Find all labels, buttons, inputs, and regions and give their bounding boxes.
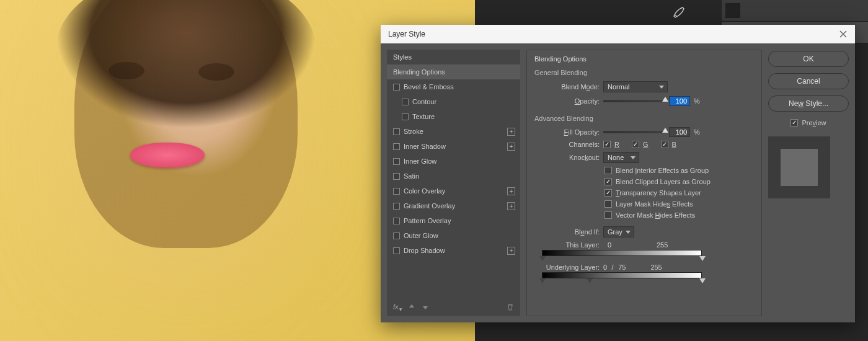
- blend-mode-select[interactable]: Normal: [603, 81, 668, 92]
- checkbox-icon[interactable]: [393, 143, 400, 150]
- add-instance-icon[interactable]: +: [507, 143, 515, 151]
- this-layer-low: 0: [603, 241, 616, 249]
- style-label: Contour: [412, 98, 436, 105]
- slider-thumb-icon[interactable]: [662, 128, 668, 133]
- add-instance-icon[interactable]: +: [507, 247, 515, 255]
- styles-footer: fx▾: [387, 299, 520, 316]
- arrow-up-icon[interactable]: [408, 303, 415, 312]
- style-outer-glow[interactable]: Outer Glow: [387, 228, 520, 243]
- arrow-down-icon[interactable]: [422, 303, 429, 312]
- style-inner-glow[interactable]: Inner Glow: [387, 154, 520, 169]
- checkbox-icon[interactable]: [393, 84, 400, 91]
- gradient-thumb-white-icon[interactable]: [699, 278, 706, 283]
- add-instance-icon[interactable]: +: [507, 202, 515, 210]
- panel-title: Blending Options: [534, 55, 754, 63]
- style-blending-options[interactable]: Blending Options: [387, 64, 520, 79]
- fill-opacity-slider[interactable]: [603, 131, 665, 133]
- fill-opacity-label: Fill Opacity:: [534, 128, 600, 136]
- under-sep: /: [611, 264, 614, 271]
- opacity-slider[interactable]: [603, 100, 665, 102]
- this-layer-label: This Layer:: [534, 241, 600, 249]
- gradient-thumb-white-icon[interactable]: [699, 256, 706, 261]
- gradient-thumb-split-icon[interactable]: [587, 278, 593, 283]
- checkbox-icon[interactable]: [393, 158, 400, 165]
- under-mid: 75: [618, 264, 626, 271]
- channel-b-checkbox[interactable]: [661, 141, 668, 148]
- preview-row: Preview: [768, 119, 849, 126]
- blend-mode-value: Normal: [608, 83, 629, 91]
- blend-if-value: Gray: [608, 228, 622, 236]
- blend-interior-checkbox[interactable]: [604, 167, 612, 174]
- slider-thumb-icon[interactable]: [662, 97, 668, 102]
- blend-if-select[interactable]: Gray: [603, 226, 634, 237]
- checkbox-icon[interactable]: [402, 99, 409, 105]
- preview-swatch-inner: [781, 149, 818, 186]
- transparency-shapes-checkbox[interactable]: [604, 189, 612, 197]
- layer-mask-hides-checkbox[interactable]: [604, 200, 612, 208]
- checkbox-icon[interactable]: [393, 247, 400, 254]
- style-label: Texture: [412, 113, 435, 120]
- layer-mask-hides-row: Layer Mask Hides Effects: [604, 200, 754, 208]
- checkbox-icon[interactable]: [393, 173, 400, 180]
- check-label: Vector Mask Hides Effects: [616, 211, 695, 219]
- style-texture[interactable]: Texture: [387, 109, 520, 124]
- channels-label: Channels:: [534, 141, 600, 148]
- underlying-layer-gradient[interactable]: [542, 272, 702, 278]
- this-layer-gradient[interactable]: [542, 250, 702, 256]
- checkbox-icon[interactable]: [393, 232, 400, 239]
- blend-clipped-checkbox[interactable]: [604, 178, 612, 185]
- checkbox-icon[interactable]: [393, 203, 400, 210]
- photo-detail: [198, 63, 234, 81]
- general-header: General Blending: [534, 69, 754, 76]
- channel-b-label: B: [672, 141, 676, 148]
- gradient-thumb-black-icon[interactable]: [539, 278, 546, 283]
- fill-opacity-row: Fill Opacity: 100 %: [534, 127, 754, 137]
- cancel-button[interactable]: Cancel: [768, 73, 849, 89]
- knockout-label: Knockout:: [534, 154, 600, 161]
- style-satin[interactable]: Satin: [387, 169, 520, 184]
- blend-mode-label: Blend Mode:: [534, 83, 600, 91]
- preview-swatch: [768, 136, 830, 198]
- opacity-input[interactable]: 100: [669, 96, 690, 106]
- gradient-thumb-black-icon[interactable]: [539, 256, 546, 261]
- checkbox-icon[interactable]: [393, 128, 400, 135]
- knockout-select[interactable]: None: [603, 152, 639, 163]
- checkbox-icon[interactable]: [402, 113, 409, 120]
- channel-r-checkbox[interactable]: [603, 141, 611, 148]
- style-drop-shadow[interactable]: Drop Shadow +: [387, 243, 520, 258]
- add-instance-icon[interactable]: +: [507, 187, 515, 195]
- channel-g-checkbox[interactable]: [632, 141, 639, 148]
- style-gradient-overlay[interactable]: Gradient Overlay +: [387, 198, 520, 213]
- percent-label: %: [694, 97, 700, 105]
- vector-mask-hides-checkbox[interactable]: [604, 211, 612, 219]
- style-label: Drop Shadow: [404, 247, 445, 254]
- style-label: Stroke: [404, 128, 423, 135]
- check-label: Blend Clipped Layers as Group: [616, 178, 711, 185]
- checkbox-icon[interactable]: [393, 188, 400, 195]
- style-pattern-overlay[interactable]: Pattern Overlay: [387, 213, 520, 228]
- style-contour[interactable]: Contour: [387, 94, 520, 109]
- style-bevel-emboss[interactable]: Bevel & Emboss: [387, 79, 520, 94]
- new-style-button[interactable]: New Style...: [768, 95, 849, 112]
- ok-button[interactable]: OK: [768, 51, 849, 67]
- add-instance-icon[interactable]: +: [507, 128, 515, 136]
- fx-icon[interactable]: fx▾: [393, 303, 402, 312]
- style-inner-shadow[interactable]: Inner Shadow +: [387, 139, 520, 154]
- style-label: Color Overlay: [404, 187, 445, 195]
- layer-row-top[interactable]: [722, 0, 868, 22]
- style-color-overlay[interactable]: Color Overlay +: [387, 184, 520, 198]
- fill-opacity-input[interactable]: 100: [669, 127, 690, 137]
- close-icon[interactable]: [839, 30, 848, 38]
- knockout-row: Knockout: None: [534, 152, 754, 163]
- trash-icon[interactable]: [507, 303, 514, 312]
- preview-checkbox[interactable]: [790, 119, 798, 126]
- style-label: Outer Glow: [404, 232, 438, 239]
- styles-header: Styles: [387, 50, 520, 64]
- options-panel: Blending Options General Blending Blend …: [526, 50, 762, 316]
- style-label: Satin: [404, 172, 419, 180]
- under-high: 255: [650, 264, 662, 271]
- checkbox-icon[interactable]: [393, 218, 400, 224]
- style-stroke[interactable]: Stroke +: [387, 124, 520, 139]
- style-label: Blending Options: [393, 68, 445, 76]
- brush-variant-icon[interactable]: [671, 5, 686, 20]
